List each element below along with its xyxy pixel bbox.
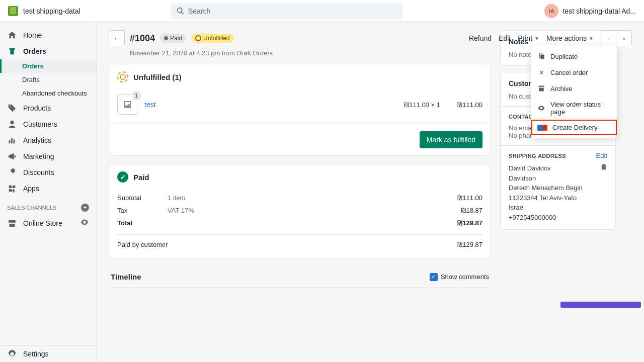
timeline-title: Timeline (111, 273, 141, 281)
sidebar-item-analytics[interactable]: Analytics (0, 132, 96, 148)
horn-icon (7, 151, 17, 161)
eye-icon (537, 104, 545, 112)
fulfillment-card: Unfulfilled (1) 1 test ₪111.00 × 1 ₪111.… (109, 64, 491, 156)
search-input[interactable]: Search (171, 3, 403, 19)
line-item: 1 test ₪111.00 × 1 ₪111.00 (109, 89, 491, 124)
user-icon (7, 119, 17, 129)
dropdown-cancel[interactable]: ✕Cancel order (531, 64, 617, 80)
product-link[interactable]: test (144, 101, 156, 109)
checkbox-icon: ✓ (430, 273, 438, 281)
eye-icon[interactable] (80, 218, 89, 228)
dropdown-view-status[interactable]: View order status page (531, 97, 617, 120)
search-icon (176, 7, 185, 16)
payment-card: ✓ Paid Subtotal1 item₪111.00 TaxVAT 17%₪… (109, 164, 491, 258)
more-actions-dropdown: Duplicate ✕Cancel order Archive View ord… (531, 45, 617, 138)
order-number: #1004 (130, 33, 155, 44)
archive-icon (537, 84, 545, 93)
app-icon (537, 125, 547, 131)
orders-icon (7, 46, 17, 56)
sidebar-item-marketing[interactable]: Marketing (0, 148, 96, 164)
bars-icon (7, 135, 17, 145)
user-label: test shipping-datal Ad... (562, 7, 636, 15)
tax-label: Tax (117, 207, 168, 214)
duplicate-icon (537, 52, 545, 60)
chevron-down-icon: ▼ (589, 36, 594, 41)
home-icon (7, 30, 17, 40)
sidebar-item-customers[interactable]: Customers (0, 116, 96, 132)
payment-header: Paid (133, 173, 149, 182)
item-total: ₪111.00 (447, 101, 482, 109)
show-comments-toggle[interactable]: ✓ Show comments (430, 273, 489, 281)
sidebar: Home Orders Orders Drafts Abandoned chec… (0, 22, 97, 362)
paid-status-icon: ✓ (117, 171, 128, 183)
page-actions: Refund Edit Print▼ More actions▼ ‹ › (469, 30, 632, 46)
topbar: test shipping-datal Search tA test shipp… (0, 0, 644, 22)
prev-order-button[interactable]: ‹ (601, 31, 616, 46)
gear-icon (7, 349, 17, 359)
next-order-button[interactable]: › (616, 31, 631, 46)
edit-shipping-link[interactable]: Edit (596, 152, 607, 159)
sidebar-subitem-drafts[interactable]: Drafts (0, 73, 96, 86)
unfulfilled-status-icon (117, 71, 128, 82)
sidebar-item-orders[interactable]: Orders (0, 43, 96, 59)
store-icon (7, 218, 17, 228)
order-timestamp: November 21, 2020 at 4:23 pm from Draft … (130, 49, 491, 57)
sidebar-section-channels: SALES CHANNELS + (0, 197, 96, 215)
add-channel-icon[interactable]: + (81, 204, 89, 212)
avatar: tA (544, 4, 558, 18)
product-thumb: 1 (117, 95, 137, 115)
main-content: Refund Edit Print▼ More actions▼ ‹ › Dup… (97, 22, 644, 362)
sidebar-item-settings[interactable]: Settings (0, 346, 96, 362)
item-price-qty: ₪111.00 × 1 (404, 101, 440, 109)
store-name: test shipping-datal (23, 7, 80, 15)
shopify-logo-icon (8, 6, 18, 16)
chevron-down-icon: ▼ (534, 36, 539, 41)
addr-name: David Davidov (509, 163, 607, 173)
paid-badge: Paid (160, 34, 186, 43)
sidebar-subitem-abandoned[interactable]: Abandoned checkouts (0, 86, 96, 100)
more-actions-button[interactable]: More actions▼ (546, 34, 594, 42)
order-pager: ‹ › (601, 30, 632, 46)
dropdown-archive[interactable]: Archive (531, 80, 617, 97)
total-label: Total (117, 219, 168, 227)
dropdown-create-delivery[interactable]: Create Delivery (531, 120, 617, 135)
user-menu[interactable]: tA test shipping-datal Ad... (544, 4, 636, 18)
shipping-title: SHIPPING ADDRESS (509, 153, 566, 159)
paid-by-label: Paid by customer (117, 241, 218, 248)
timeline-section: Timeline ✓ Show comments (109, 266, 491, 288)
sidebar-item-home[interactable]: Home (0, 27, 96, 43)
sidebar-item-apps[interactable]: Apps (0, 180, 96, 197)
sidebar-item-products[interactable]: Products (0, 100, 96, 116)
back-button[interactable]: ← (109, 30, 125, 46)
dropdown-duplicate[interactable]: Duplicate (531, 48, 617, 64)
page-header: ← #1004 Paid Unfulfilled (109, 30, 491, 46)
unfulfilled-badge: Unfulfilled (191, 34, 234, 43)
sidebar-item-online-store[interactable]: Online Store (0, 215, 96, 231)
close-icon: ✕ (537, 68, 545, 76)
sidebar-item-discounts[interactable]: Discounts (0, 164, 96, 180)
edit-button[interactable]: Edit (499, 34, 511, 42)
tag-icon (7, 103, 17, 113)
floating-action-bar[interactable] (560, 302, 641, 308)
print-button[interactable]: Print▼ (518, 34, 539, 42)
item-count-badge: 1 (132, 91, 141, 100)
subtotal-label: Subtotal (117, 194, 168, 202)
sidebar-subitem-orders[interactable]: Orders (0, 59, 96, 73)
apps-icon (7, 184, 17, 194)
image-icon (122, 100, 132, 110)
percent-icon (7, 167, 17, 177)
mark-fulfilled-button[interactable]: Mark as fulfilled (420, 131, 482, 148)
clipboard-icon[interactable] (600, 163, 607, 172)
search-placeholder: Search (188, 7, 210, 15)
fulfillment-header: Unfulfilled (1) (133, 73, 182, 81)
